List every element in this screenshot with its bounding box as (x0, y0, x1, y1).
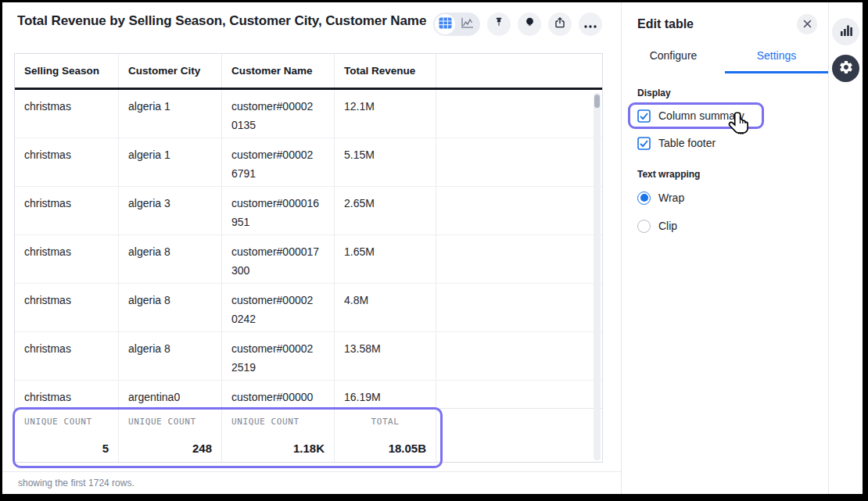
gear-icon (838, 59, 854, 78)
cell-empty[interactable] (436, 284, 602, 331)
element-toolbar (433, 13, 602, 36)
scrollbar-thumb[interactable] (594, 95, 600, 108)
cell-season[interactable]: christmas (15, 90, 118, 138)
summary-value: 248 (128, 442, 212, 455)
cell-name-line2: 2519 (231, 358, 326, 377)
cell-revenue[interactable]: 12.1M (334, 90, 436, 138)
summary-cell[interactable]: UNIQUE COUNT 248 (118, 409, 221, 462)
table-view-button[interactable] (435, 14, 455, 34)
table-row[interactable]: christmas algeria 8 customer#000022519 1… (15, 332, 602, 381)
tab-configure[interactable]: Configure (622, 41, 725, 73)
cell-city[interactable]: algeria 1 (118, 90, 221, 138)
close-panel-button[interactable] (797, 14, 817, 34)
cell-name-line1: customer#000016 (231, 194, 326, 213)
cell-name[interactable]: customer#000026791 (221, 138, 334, 186)
wrap-option[interactable]: Wrap (637, 190, 814, 206)
table-footer-option[interactable]: Table footer (637, 135, 814, 151)
share-button[interactable] (548, 13, 572, 36)
cell-name-line2: 6791 (231, 164, 326, 183)
summary-value: 5 (24, 442, 109, 455)
cell-name-line2: 951 (231, 213, 326, 231)
cell-season[interactable]: christmas (15, 332, 118, 380)
column-header-customer-name[interactable]: Customer Name (221, 54, 334, 88)
column-summary-label: Column summary (658, 109, 744, 122)
table-scrollbar[interactable] (594, 93, 601, 460)
table-row[interactable]: christmas algeria 8 customer#000017300 1… (15, 235, 602, 284)
cell-city[interactable]: algeria 3 (118, 187, 221, 234)
summary-value: 1.18K (231, 442, 325, 455)
column-header-selling-season[interactable]: Selling Season (15, 54, 118, 88)
display-section-heading: Display (637, 88, 814, 98)
pin-button[interactable] (487, 13, 511, 36)
column-summary-checkbox[interactable] (637, 109, 651, 123)
table-row[interactable]: christmas algeria 1 customer#000020135 1… (15, 90, 602, 138)
data-table: Selling Season Customer City Customer Na… (14, 53, 603, 463)
column-header-customer-city[interactable]: Customer City (118, 54, 221, 88)
summary-value: 18.05B (344, 442, 426, 455)
cell-name[interactable]: customer#00000 (221, 381, 334, 408)
cell-season[interactable]: christmas (15, 284, 118, 331)
cell-name[interactable]: customer#000016951 (221, 187, 334, 234)
cell-name[interactable]: customer#000020242 (221, 284, 334, 331)
summary-cell-empty[interactable] (436, 409, 602, 462)
cell-name-line2: 0135 (231, 116, 326, 134)
cell-revenue[interactable]: 1.65M (334, 235, 436, 283)
column-header-empty[interactable] (436, 54, 602, 88)
cell-city[interactable]: algeria 8 (118, 332, 221, 380)
table-footer-checkbox[interactable] (637, 137, 651, 150)
cell-revenue[interactable]: 2.65M (334, 187, 436, 234)
cell-name-line2: 0242 (231, 310, 326, 328)
table-row[interactable]: christmas algeria 3 customer#000016951 2… (15, 187, 602, 235)
cell-revenue[interactable]: 16.19M (334, 381, 436, 408)
element-properties-button[interactable] (832, 18, 859, 45)
cell-empty[interactable] (436, 381, 602, 408)
clip-option[interactable]: Clip (637, 218, 814, 234)
summary-cell[interactable]: TOTAL 18.05B (334, 409, 436, 462)
cell-revenue[interactable]: 13.58M (334, 332, 436, 380)
column-header-total-revenue[interactable]: Total Revenue (334, 54, 436, 88)
cell-city[interactable]: algeria 8 (118, 235, 221, 283)
cell-season[interactable]: christmas (15, 187, 118, 234)
cell-empty[interactable] (436, 138, 602, 186)
cell-revenue[interactable]: 5.15M (334, 138, 436, 186)
cell-city[interactable]: argentina0 (118, 381, 221, 408)
cell-name[interactable]: customer#000020135 (221, 90, 334, 138)
ellipsis-icon (584, 17, 597, 31)
more-options-button[interactable] (579, 13, 602, 36)
cell-name[interactable]: customer#000017300 (221, 235, 334, 283)
cell-name-line1: customer#000017 (231, 242, 326, 261)
cell-empty[interactable] (436, 235, 602, 283)
table-row[interactable]: christmas algeria 1 customer#000026791 5… (15, 138, 602, 187)
cell-name[interactable]: customer#000022519 (221, 332, 334, 380)
tab-settings[interactable]: Settings (725, 41, 828, 73)
cell-season[interactable]: christmas (15, 381, 118, 408)
text-wrapping-heading: Text wrapping (637, 169, 814, 180)
table-row[interactable]: christmas algeria 8 customer#000020242 4… (15, 284, 602, 332)
view-toggle (433, 13, 480, 36)
cell-city[interactable]: algeria 8 (118, 284, 221, 331)
column-summary-option[interactable]: Column summary (637, 108, 814, 123)
cell-name-line1: customer#00002 (231, 97, 326, 116)
wrap-radio[interactable] (637, 191, 651, 205)
bar-chart-icon (840, 24, 852, 40)
cell-empty[interactable] (436, 332, 602, 380)
format-settings-button[interactable] (832, 55, 859, 82)
cell-empty[interactable] (436, 90, 602, 138)
table-view-icon (439, 17, 452, 32)
table-row[interactable]: christmas argentina0 customer#00000 16.1… (15, 381, 602, 408)
cell-city[interactable]: algeria 1 (118, 138, 221, 186)
wrap-label: Wrap (658, 191, 684, 204)
cell-season[interactable]: christmas (15, 235, 118, 283)
summary-cell[interactable]: UNIQUE COUNT 5 (15, 409, 118, 462)
table-footer-label: Table footer (658, 137, 716, 149)
explore-button[interactable] (518, 13, 541, 36)
clip-radio[interactable] (637, 220, 651, 233)
cell-empty[interactable] (436, 187, 602, 234)
cell-name-line1: customer#00002 (231, 339, 326, 358)
cell-season[interactable]: christmas (15, 138, 118, 186)
page-title[interactable]: Total Revenue by Selling Season, Custome… (17, 13, 426, 29)
summary-cell[interactable]: UNIQUE COUNT 1.18K (221, 409, 334, 462)
chart-view-button[interactable] (457, 14, 477, 34)
cell-revenue[interactable]: 4.8M (334, 284, 436, 331)
cell-name-line1: customer#00002 (231, 291, 326, 310)
